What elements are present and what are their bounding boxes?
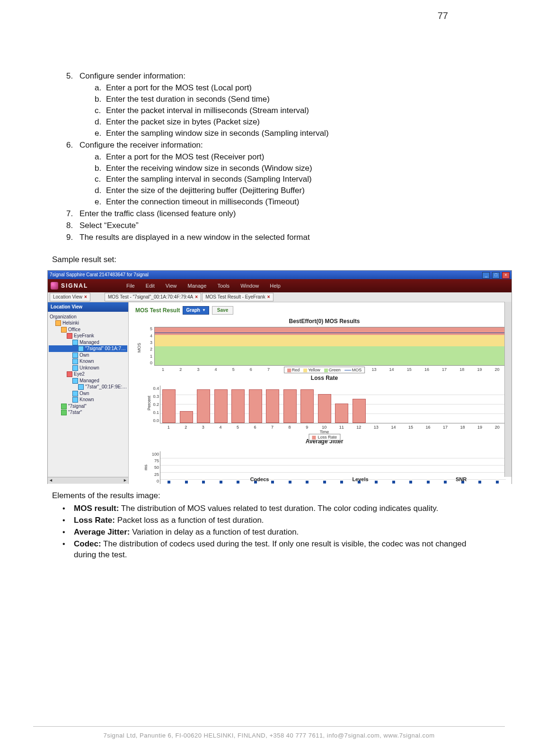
tree-selected-ap[interactable]: "7signal" 00:1A:70:4F:7…	[49, 345, 127, 352]
window-buttons[interactable]: _ □ ×	[481, 272, 510, 279]
tree-managed2-label: Managed	[79, 378, 99, 383]
step-6-text: Configure the receiver information:	[79, 141, 203, 149]
tree-known[interactable]: Known	[49, 358, 127, 365]
tree[interactable]: Organization Helsinki Office EyeFrank Ma…	[48, 312, 128, 418]
elements-heading: Elements of the results image:	[52, 491, 486, 501]
close-tab-icon[interactable]: ×	[267, 294, 270, 300]
maximize-icon[interactable]: □	[492, 272, 500, 279]
label-levels: Levels	[310, 476, 411, 483]
menu-view[interactable]: View	[166, 283, 177, 289]
tree-unknown[interactable]: Unknown	[49, 365, 127, 371]
tree-eye2[interactable]: Eye2	[49, 371, 127, 378]
bullet-mos-bold: MOS result:	[74, 504, 119, 513]
sidebar-h-scrollbar[interactable]: ◄►	[48, 477, 128, 483]
tree-eyefrank-label: EyeFrank	[74, 333, 94, 338]
tree-office[interactable]: Office	[49, 326, 127, 333]
legend-yellow-icon	[303, 369, 307, 372]
save-button[interactable]: Save	[212, 306, 233, 315]
tab-mos-result-label: MOS Test Result - EyeFrank	[205, 294, 265, 300]
sidebar-header: Location View	[48, 302, 128, 312]
sensor-icon	[61, 404, 67, 409]
ap-icon	[72, 391, 78, 396]
step-5d-text: Enter the packet size in bytes (Packet s…	[106, 117, 260, 126]
step-7: 7.Enter the traffic class (licensed feat…	[66, 209, 486, 220]
legend-lossrate: Loss Rate	[318, 435, 337, 440]
bottom-section-labels: Codecs Levels SNR	[209, 476, 512, 483]
step-6: 6.Configure the receiver information: a.…	[66, 140, 486, 208]
view-mode-dropdown[interactable]: Graph	[183, 306, 209, 315]
menu-manage[interactable]: Manage	[188, 283, 207, 289]
step-6d: d.Enter the size of the dejittering buff…	[95, 185, 486, 196]
mos-line	[155, 333, 505, 333]
tab-mos-result[interactable]: MOS Test Result - EyeFrank ×	[202, 293, 273, 301]
tree-selected-label: "7signal" 00:1A:70:4F:7…	[85, 346, 127, 351]
step-5d: d.Enter the packet size in bytes (Packet…	[95, 117, 486, 128]
tree-org[interactable]: Organization	[49, 314, 127, 320]
bullet-codec-text: The distribution of codecs used during t…	[74, 539, 466, 559]
minimize-icon[interactable]: _	[482, 272, 490, 279]
tree-7star[interactable]: "7star"	[49, 409, 127, 416]
tree-managed[interactable]: Managed	[49, 339, 127, 346]
step-5b: b.Enter the test duration in seconds (Se…	[95, 94, 486, 105]
chart-jitter-ylabel: ms	[143, 465, 149, 470]
tab-location-view[interactable]: Location View ×	[50, 293, 90, 301]
menu-window[interactable]: Window	[240, 283, 259, 289]
menu-file[interactable]: File	[126, 283, 135, 289]
v-scrollbar[interactable]	[504, 302, 512, 477]
logo-icon	[51, 282, 58, 290]
tree-helsinki-label: Helsinki	[62, 320, 79, 325]
window-title: 7signal Sapphire Carat 2147483647 for 7s…	[50, 272, 149, 278]
tree-known2[interactable]: Known	[49, 396, 127, 403]
step-5a-text: Enter a port for the MOS test (Local por…	[106, 83, 252, 92]
chart-mos-legend: Red Yellow Green MOS	[284, 367, 365, 373]
step-6b: b.Enter the receiving window size in sec…	[95, 163, 486, 174]
ap-icon	[78, 346, 84, 352]
legend-green-icon	[324, 369, 328, 372]
chart-loss-plot	[160, 386, 506, 423]
label-snr: SNR	[411, 476, 512, 483]
tree-7signal[interactable]: "7signal"	[49, 403, 127, 410]
legend-red-icon	[287, 369, 291, 372]
label-codecs: Codecs	[209, 476, 310, 483]
chart-mos-yaxis: 543210	[142, 326, 152, 366]
screenshot-window: 7signal Sapphire Carat 2147483647 for 7s…	[47, 270, 512, 484]
chart-loss-legend: Loss Rate	[309, 434, 340, 440]
sensor-icon	[61, 410, 67, 415]
tree-eyefrank[interactable]: EyeFrank	[49, 333, 127, 339]
menu-edit[interactable]: Edit	[146, 283, 155, 289]
bullet-jitter-bold: Average Jitter:	[74, 527, 130, 536]
tree-known2-label: Known	[79, 397, 94, 402]
ap-icon	[72, 397, 78, 403]
chart-loss-xticks: 1234567891011121314151617181920	[160, 424, 506, 429]
menu-tools[interactable]: Tools	[217, 283, 229, 289]
close-icon[interactable]: ×	[502, 272, 510, 279]
tree-7star-label: "7star"_00:1F:9E:CE:63:…	[85, 384, 127, 389]
tree-own2-label: Own	[79, 391, 89, 396]
tree-managed2[interactable]: Managed	[49, 378, 127, 384]
menu-help[interactable]: Help	[270, 283, 281, 289]
step-5e-text: Enter the sampling window size in second…	[106, 129, 329, 138]
step-8-text: Select “Execute”	[79, 221, 139, 230]
tree-7star-label2: "7star"	[68, 410, 82, 415]
tree-own2[interactable]: Own	[49, 390, 127, 397]
step-6a-text: Enter a port for the MOS test (Receiver …	[106, 152, 264, 161]
legend-red: Red	[292, 368, 300, 372]
close-tab-icon[interactable]: ×	[195, 294, 198, 300]
step-5: 5.Configure sender information: a.Enter …	[66, 71, 486, 139]
step-5c: c.Enter the packet interval in milliseco…	[95, 105, 486, 116]
tree-helsinki[interactable]: Helsinki	[49, 320, 127, 326]
tab-mos-test[interactable]: MOS Test - "7signal"_00:1A:70:4F:79:4A ×	[105, 293, 201, 301]
tab-mos-test-label: MOS Test - "7signal"_00:1A:70:4F:79:4A	[108, 294, 193, 300]
legend-lossrate-icon	[312, 436, 316, 440]
tree-own[interactable]: Own	[49, 352, 127, 359]
menu-bar[interactable]: File Edit View Manage Tools Window Help	[122, 282, 285, 290]
tree-own-label: Own	[79, 352, 89, 358]
step-6b-text: Enter the receiving window size in secon…	[106, 164, 312, 173]
close-tab-icon[interactable]: ×	[84, 294, 87, 300]
page-number: 77	[438, 9, 448, 22]
chart-loss-title: Loss Rate	[142, 374, 507, 382]
legend-mos: MOS	[352, 368, 362, 372]
building-icon	[55, 320, 61, 326]
tree-7star-ap[interactable]: "7star"_00:1F:9E:CE:63:…	[49, 384, 127, 390]
tree-7signal-label: "7signal"	[68, 404, 87, 409]
